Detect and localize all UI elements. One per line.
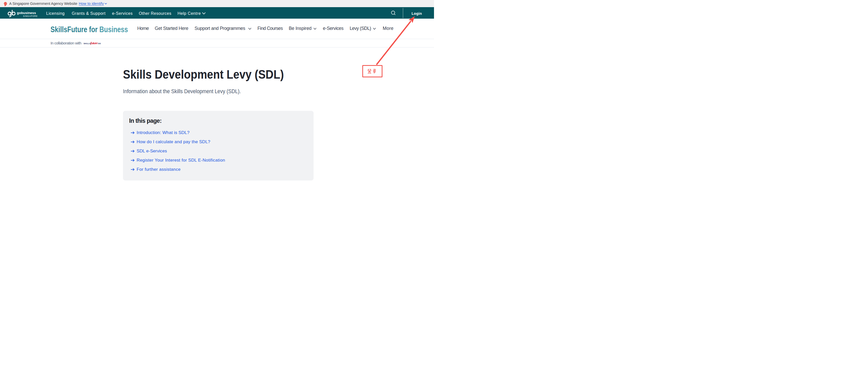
svg-text:gobusiness: gobusiness bbox=[17, 11, 36, 15]
svg-text:SINGAPORE: SINGAPORE bbox=[23, 15, 38, 17]
